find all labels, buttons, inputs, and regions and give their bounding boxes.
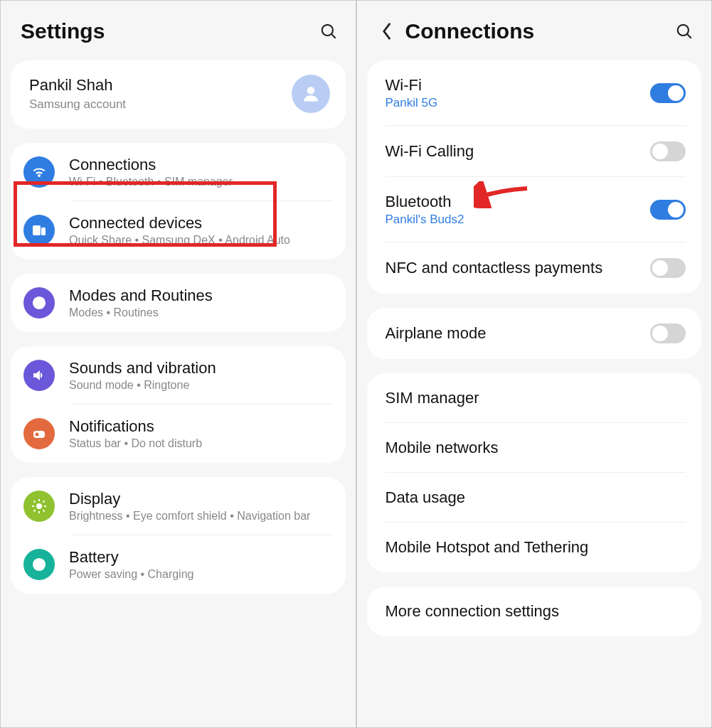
menu-title: Modes and Routines [69, 287, 330, 305]
conn-item-mobile-networks[interactable]: Mobile networks [367, 423, 702, 473]
settings-header: Settings [1, 1, 356, 60]
avatar[interactable] [292, 75, 330, 113]
menu-title: Connected devices [69, 214, 330, 232]
devices-icon [23, 215, 55, 246]
wifi-icon [23, 156, 55, 188]
menu-item-modes-and-routines[interactable]: Modes and Routines Modes • Routines [11, 274, 346, 332]
menu-sub: Quick Share • Samsung DeX • Android Auto [69, 234, 330, 247]
conn-item-sim-manager[interactable]: SIM manager [367, 373, 702, 423]
conn-item-more-connection-settings[interactable]: More connection settings [367, 587, 702, 636]
conn-item-nfc-and-contactless-payments[interactable]: NFC and contactless payments [367, 242, 702, 294]
toggle-airplane-mode[interactable] [650, 323, 686, 343]
menu-title: Display [69, 490, 330, 508]
person-icon [301, 84, 321, 104]
account-sub: Samsung account [29, 97, 292, 112]
conn-sub: Pankil 5G [386, 96, 651, 110]
search-button[interactable] [317, 20, 340, 43]
conn-title: Bluetooth [386, 193, 651, 211]
menu-item-battery[interactable]: Battery Power saving • Charging [11, 535, 346, 594]
conn-title: Airplane mode [386, 324, 651, 343]
svg-point-0 [322, 25, 332, 36]
svg-rect-4 [41, 228, 46, 235]
svg-point-19 [678, 25, 689, 36]
settings-group: Display Brightness • Eye comfort shield … [11, 477, 346, 594]
settings-group: Sounds and vibration Sound mode • Ringto… [11, 346, 346, 463]
conn-title: Mobile Hotspot and Tethering [386, 538, 686, 557]
svg-line-13 [34, 501, 36, 503]
svg-point-2 [307, 87, 314, 94]
account-name: Pankil Shah [29, 76, 292, 95]
svg-line-15 [34, 510, 36, 511]
conn-sub: Pankil's Buds2 [386, 213, 651, 227]
battery-icon [23, 549, 55, 580]
menu-title: Sounds and vibration [69, 359, 330, 378]
connections-group: Wi-FiPankil 5G Wi-Fi Calling BluetoothPa… [367, 60, 702, 294]
conn-title: Data usage [386, 488, 686, 507]
svg-line-20 [687, 34, 691, 38]
menu-sub: Sound mode • Ringtone [69, 379, 330, 392]
routines-icon [23, 287, 55, 318]
conn-item-bluetooth[interactable]: BluetoothPankil's Buds2 [367, 177, 702, 242]
menu-sub: Status bar • Do not disturb [69, 437, 330, 450]
connections-header: Connections [357, 1, 712, 60]
conn-item-mobile-hotspot-and-tethering[interactable]: Mobile Hotspot and Tethering [367, 523, 702, 572]
menu-item-notifications[interactable]: Notifications Status bar • Do not distur… [11, 405, 346, 463]
page-title: Connections [405, 19, 674, 43]
connections-group: Airplane mode [367, 308, 702, 359]
toggle-wi-fi-calling[interactable] [650, 141, 686, 161]
svg-line-1 [331, 34, 335, 38]
connections-group: SIM manager Mobile networks Data usage M… [367, 373, 702, 572]
svg-line-14 [43, 510, 44, 511]
connections-group: More connection settings [367, 587, 702, 636]
menu-sub: Wi-Fi • Bluetooth • SIM manager [69, 176, 330, 188]
menu-sub: Power saving • Charging [69, 568, 330, 581]
menu-item-sounds-and-vibration[interactable]: Sounds and vibration Sound mode • Ringto… [11, 346, 346, 405]
page-title: Settings [21, 19, 317, 43]
menu-title: Notifications [69, 417, 330, 436]
svg-rect-6 [33, 431, 45, 438]
menu-title: Battery [69, 548, 330, 567]
menu-item-connections[interactable]: Connections Wi-Fi • Bluetooth • SIM mana… [11, 143, 346, 201]
conn-title: More connection settings [386, 602, 686, 621]
settings-panel: Settings Pankil Shah Samsung account Con… [1, 1, 356, 727]
notif-icon [23, 418, 55, 449]
svg-rect-3 [33, 225, 41, 235]
menu-item-display[interactable]: Display Brightness • Eye comfort shield … [11, 477, 346, 535]
conn-title: NFC and contactless payments [386, 259, 651, 277]
display-icon [23, 491, 55, 522]
connections-groups: Wi-FiPankil 5G Wi-Fi Calling BluetoothPa… [357, 60, 712, 636]
search-button[interactable] [673, 20, 696, 43]
toggle-wi-fi[interactable] [650, 83, 686, 103]
conn-item-wi-fi-calling[interactable]: Wi-Fi Calling [367, 126, 702, 177]
account-card: Pankil Shah Samsung account [11, 60, 346, 129]
connections-panel: Connections Wi-FiPankil 5G Wi-Fi Calling… [356, 1, 712, 727]
account-row[interactable]: Pankil Shah Samsung account [11, 60, 346, 129]
settings-group: Modes and Routines Modes • Routines [11, 274, 346, 332]
menu-sub: Brightness • Eye comfort shield • Naviga… [69, 510, 330, 523]
back-button[interactable] [377, 21, 397, 41]
svg-point-7 [36, 433, 39, 437]
svg-line-16 [43, 501, 44, 503]
settings-group: Connections Wi-Fi • Bluetooth • SIM mana… [11, 143, 346, 259]
svg-point-18 [37, 562, 41, 567]
search-icon [675, 22, 694, 41]
conn-title: SIM manager [386, 389, 686, 407]
sound-icon [23, 360, 55, 391]
settings-groups: Connections Wi-Fi • Bluetooth • SIM mana… [1, 143, 356, 594]
chevron-left-icon [381, 21, 393, 41]
toggle-bluetooth[interactable] [650, 200, 686, 220]
menu-sub: Modes • Routines [69, 306, 330, 319]
conn-title: Wi-Fi [386, 76, 651, 95]
svg-point-8 [36, 503, 42, 509]
search-icon [319, 22, 338, 41]
menu-item-connected-devices[interactable]: Connected devices Quick Share • Samsung … [11, 201, 346, 259]
conn-item-wi-fi[interactable]: Wi-FiPankil 5G [367, 60, 702, 126]
menu-title: Connections [69, 156, 330, 174]
toggle-nfc-and-contactless-payments[interactable] [650, 258, 686, 278]
conn-item-data-usage[interactable]: Data usage [367, 473, 702, 523]
conn-item-airplane-mode[interactable]: Airplane mode [367, 308, 702, 359]
conn-title: Mobile networks [386, 439, 686, 457]
conn-title: Wi-Fi Calling [386, 142, 651, 161]
